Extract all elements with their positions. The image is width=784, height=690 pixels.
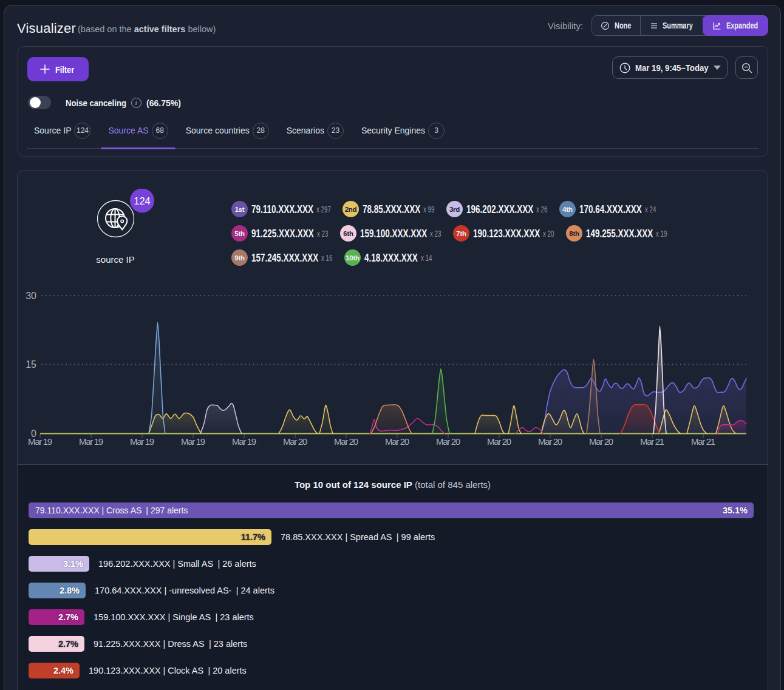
svg-text:Mar 20: Mar 20 bbox=[487, 436, 511, 447]
svg-text:Mar 19: Mar 19 bbox=[130, 436, 154, 447]
svg-text:Mar 19: Mar 19 bbox=[79, 436, 103, 447]
svg-text:Mar 19: Mar 19 bbox=[181, 436, 205, 447]
svg-text:Mar 21: Mar 21 bbox=[640, 436, 664, 447]
svg-text:Mar 19: Mar 19 bbox=[232, 436, 256, 447]
svg-text:Mar 20: Mar 20 bbox=[283, 436, 307, 447]
svg-text:Mar 20: Mar 20 bbox=[385, 436, 409, 447]
svg-text:Mar 20: Mar 20 bbox=[436, 436, 460, 447]
svg-text:30: 30 bbox=[26, 291, 36, 301]
svg-text:Mar 20: Mar 20 bbox=[334, 436, 358, 447]
svg-text:Mar 20: Mar 20 bbox=[538, 436, 562, 447]
svg-text:Mar 21: Mar 21 bbox=[691, 436, 715, 447]
svg-text:Mar 20: Mar 20 bbox=[589, 436, 613, 447]
svg-text:Mar 19: Mar 19 bbox=[28, 436, 52, 447]
svg-text:15: 15 bbox=[26, 359, 36, 370]
